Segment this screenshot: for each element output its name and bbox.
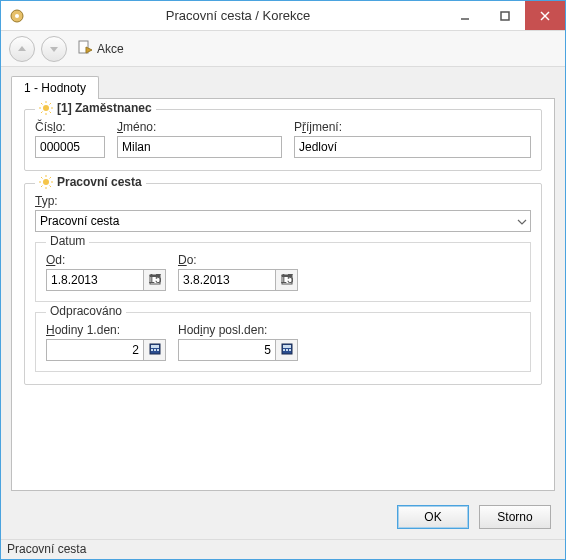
tabstrip: 1 - Hodnoty [11,75,555,98]
calendar-icon: 15 [281,273,293,288]
actions-label: Akce [97,42,124,56]
toolbar: Akce [1,31,565,67]
group-employee-legend: [1] Zaměstnanec [35,101,156,115]
svg-line-15 [50,103,52,105]
svg-point-1 [15,14,19,18]
subgroup-odpracovano: Odpracováno Hodiny 1.den: Hodiny posl.de… [35,312,531,372]
svg-line-21 [41,177,43,179]
jmeno-input[interactable] [117,136,282,158]
od-label: Od: [46,253,166,267]
svg-text:15: 15 [281,273,293,285]
svg-rect-39 [286,349,288,351]
minimize-button[interactable] [445,1,485,30]
datum-legend: Datum [46,234,89,248]
svg-rect-37 [283,345,291,348]
od-input[interactable] [46,269,144,291]
svg-line-22 [50,186,52,188]
app-icon [9,8,25,24]
svg-line-14 [41,112,43,114]
svg-line-23 [41,186,43,188]
hodiny-prvni-label: Hodiny 1.den: [46,323,166,337]
svg-line-12 [41,103,43,105]
titlebar: Pracovní cesta / Korekce [1,1,565,31]
status-text: Pracovní cesta [7,542,86,556]
svg-rect-32 [151,345,159,348]
svg-rect-3 [501,12,509,20]
field-hodiny-prvni: Hodiny 1.den: [46,323,166,361]
hodiny-prvni-input[interactable] [46,339,144,361]
field-do: Do: 15 [178,253,298,291]
field-typ: Typ: Pracovní cesta [35,194,531,232]
do-datepicker-button[interactable]: 15 [276,269,298,291]
typ-label: Typ: [35,194,531,208]
statusbar: Pracovní cesta [1,539,565,559]
svg-point-7 [43,105,49,111]
prijmeni-label: Příjmení: [294,120,531,134]
subgroup-datum: Datum Od: 15 Do: [35,242,531,302]
maximize-button[interactable] [485,1,525,30]
svg-rect-35 [157,349,159,351]
actions-menu[interactable]: Akce [77,39,124,58]
close-button[interactable] [525,1,565,30]
nav-down-button[interactable] [41,36,67,62]
svg-rect-33 [151,349,153,351]
do-label: Do: [178,253,298,267]
svg-line-24 [50,177,52,179]
field-prijmeni: Příjmení: [294,120,531,158]
cislo-label: Číslo: [35,120,105,134]
jmeno-label: Jméno: [117,120,282,134]
svg-rect-40 [289,349,291,351]
content-area: 1 - Hodnoty [1] Zaměstnanec Číslo: Jméno… [1,67,565,495]
group-trip-legend: Pracovní cesta [35,175,146,189]
hodiny-posledni-label: Hodiny posl.den: [178,323,298,337]
svg-text:15: 15 [149,273,161,285]
sun-icon [39,101,53,115]
actions-icon [77,39,93,58]
svg-rect-38 [283,349,285,351]
prijmeni-input[interactable] [294,136,531,158]
window-buttons [445,1,565,30]
window-title: Pracovní cesta / Korekce [31,8,445,23]
sun-icon [39,175,53,189]
field-hodiny-posledni: Hodiny posl.den: [178,323,298,361]
tab-hodnoty[interactable]: 1 - Hodnoty [11,76,99,99]
od-datepicker-button[interactable]: 15 [144,269,166,291]
typ-select[interactable]: Pracovní cesta [35,210,531,232]
hodiny-prvni-calc-button[interactable] [144,339,166,361]
hodiny-posledni-input[interactable] [178,339,276,361]
field-cislo: Číslo: [35,120,105,158]
svg-rect-34 [154,349,156,351]
cislo-input[interactable] [35,136,105,158]
hodiny-posledni-calc-button[interactable] [276,339,298,361]
field-jmeno: Jméno: [117,120,282,158]
svg-point-16 [43,179,49,185]
calendar-icon: 15 [149,273,161,288]
tab-panel: [1] Zaměstnanec Číslo: Jméno: Příjmení: [11,98,555,491]
calculator-icon [149,343,161,358]
cancel-button[interactable]: Storno [479,505,551,529]
calculator-icon [281,343,293,358]
do-input[interactable] [178,269,276,291]
nav-up-button[interactable] [9,36,35,62]
group-trip: Pracovní cesta Typ: Pracovní cesta Datum… [24,183,542,385]
ok-button[interactable]: OK [397,505,469,529]
odpracovano-legend: Odpracováno [46,304,126,318]
dialog-window: Pracovní cesta / Korekce Akce 1 - Hodnot… [0,0,566,560]
dialog-buttons: OK Storno [1,495,565,539]
field-od: Od: 15 [46,253,166,291]
group-employee: [1] Zaměstnanec Číslo: Jméno: Příjmení: [24,109,542,171]
svg-line-13 [50,112,52,114]
